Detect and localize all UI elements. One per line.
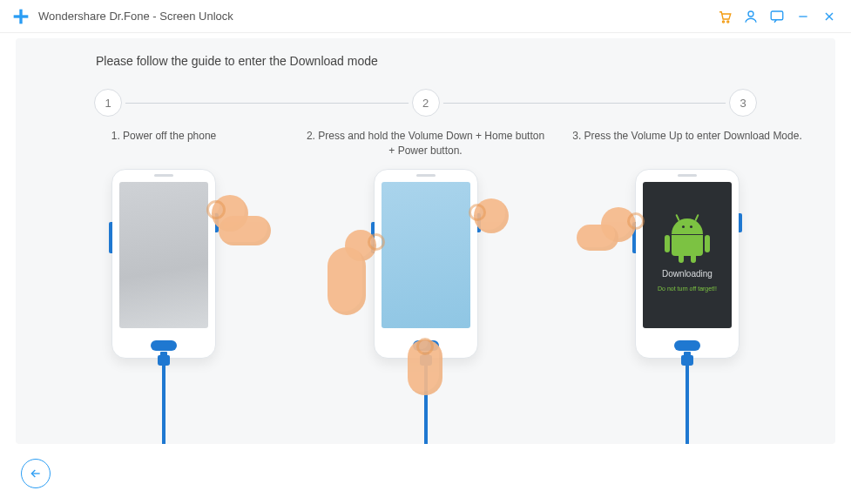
svg-point-3 bbox=[727, 20, 729, 22]
phone-illustration-2 bbox=[361, 169, 491, 413]
step-1-caption: 1. Power off the phone bbox=[111, 129, 217, 158]
download-label: Downloading bbox=[662, 269, 713, 279]
step-3-caption: 3. Press the Volume Up to enter Download… bbox=[572, 129, 801, 158]
titlebar: Wondershare Dr.Fone - Screen Unlock bbox=[0, 0, 851, 33]
step-3: 3. Press the Volume Up to enter Download… bbox=[565, 129, 809, 433]
account-button[interactable] bbox=[738, 3, 764, 30]
back-button[interactable] bbox=[21, 459, 51, 488]
cart-button[interactable] bbox=[712, 3, 738, 30]
phone-illustration-1 bbox=[98, 169, 229, 413]
app-title: Wondershare Dr.Fone - Screen Unlock bbox=[38, 10, 233, 23]
guide-title: Please follow the guide to enter the Dow… bbox=[42, 54, 809, 68]
step-number-2: 2 bbox=[412, 89, 440, 117]
phone-illustration-3: Downloading Do not turn off target!! bbox=[622, 169, 753, 413]
step-number-1: 1 bbox=[94, 89, 122, 117]
minimize-button[interactable] bbox=[790, 3, 816, 30]
step-2-caption: 2. Press and hold the Volume Down + Home… bbox=[304, 129, 548, 158]
download-sublabel: Do not turn off target!! bbox=[658, 286, 717, 292]
app-logo-icon bbox=[12, 8, 30, 25]
svg-point-2 bbox=[722, 20, 724, 22]
svg-point-4 bbox=[748, 11, 753, 17]
step-2: 2. Press and hold the Volume Down + Home… bbox=[304, 129, 548, 433]
close-button[interactable] bbox=[816, 3, 842, 30]
feedback-button[interactable] bbox=[764, 3, 790, 30]
step-1: 1. Power off the phone bbox=[42, 129, 286, 433]
svg-rect-5 bbox=[771, 11, 783, 20]
svg-rect-1 bbox=[14, 15, 29, 17]
android-icon bbox=[668, 218, 706, 262]
steps-row: 1. Power off the phone 2. Press and hold… bbox=[42, 129, 809, 433]
step-number-3: 3 bbox=[729, 89, 757, 117]
stepper: 1 2 3 bbox=[94, 89, 757, 117]
guide-panel: Please follow the guide to enter the Dow… bbox=[16, 38, 835, 444]
